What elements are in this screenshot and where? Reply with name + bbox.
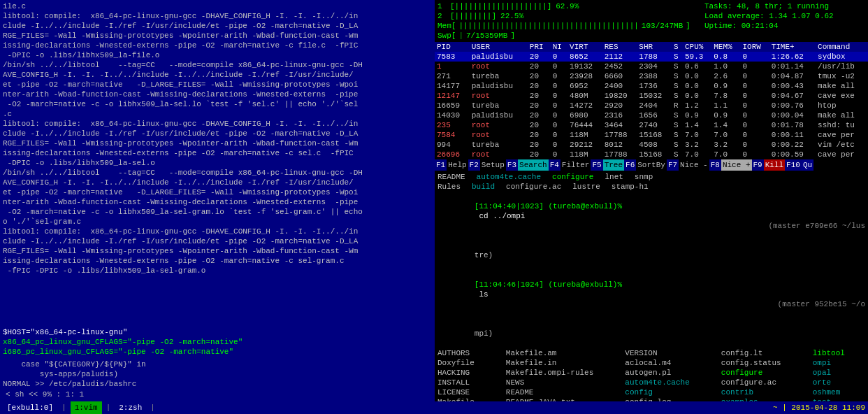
terminal-area[interactable]: README autom4te.cache configure lnet snm… [435, 171, 868, 401]
cell-iorw: 0 [740, 81, 769, 91]
cell-iorw: 0 [740, 130, 769, 140]
fkey-f7[interactable]: F7 Nice - [667, 159, 709, 171]
cell-pid: 7583 [435, 52, 470, 62]
table-row[interactable]: 14177paludisbu200695224001736S0.00.900:0… [435, 81, 868, 91]
log-scroll[interactable]: ile.c libtool: compile: x86_64-pc-linux-… [3, 1, 432, 324]
fkey-f9[interactable]: F9 Kill [752, 159, 786, 171]
uptime: Uptime: 00:21:04 [704, 21, 865, 31]
cell-time: 0:01.78 [769, 120, 816, 130]
fkey-f10[interactable]: F10 Qu [785, 159, 813, 171]
file-lnet: lnet [605, 172, 623, 182]
cell-pri: 20 [528, 101, 551, 110]
tab-vim[interactable]: 1:vim [71, 401, 102, 414]
fkey-bar[interactable]: F1 Help F2 Setup F3 Search F4 Filter F5 … [435, 159, 868, 171]
fkey-f5[interactable]: F5 Tree [591, 159, 624, 171]
cell-user: root [470, 150, 528, 159]
f4-label[interactable]: Filter [560, 159, 591, 171]
cell-mem: 7.0 [711, 150, 740, 159]
cell-user: tureba [470, 101, 528, 110]
prompt-2: [11:04:46|1024] (tureba@exbull)% [475, 280, 622, 289]
cell-user: paludisbu [470, 52, 528, 62]
f1-label[interactable]: Help [447, 159, 468, 171]
col-shr: SHR [637, 42, 672, 52]
cell-shr: 2404 [637, 101, 672, 110]
f8-label[interactable]: Nice + [721, 159, 752, 171]
fkey-f4[interactable]: F4 Filter [549, 159, 591, 171]
cell-virt: 480M [567, 91, 602, 101]
f-autogen: autogen.pl [625, 368, 709, 378]
col-user: USER [470, 42, 528, 52]
f10-label[interactable]: Qu [802, 159, 813, 171]
f-config-status: config.status [721, 358, 802, 368]
table-row[interactable]: 271tureba2002392866602388S0.02.600:04.87… [435, 71, 868, 81]
cell-cpu: 0.0 [683, 91, 711, 101]
tab-zsh[interactable]: 2:zsh [115, 401, 146, 414]
process-table-container[interactable]: PID USER PRI NI VIRT RES SHR S CPU% MEM%… [435, 42, 868, 159]
cell-virt: 76444 [567, 120, 602, 130]
f2-num: F2 [468, 159, 480, 171]
fkey-f8[interactable]: F8 Nice + [709, 159, 752, 171]
cell-cmd: sydbox [816, 52, 868, 62]
fkey-f3[interactable]: F3 Search [506, 159, 549, 171]
mem-row: Mem[ |||||||||||||||||||||||||||||||||||… [437, 21, 690, 31]
cell-cpu: 7.0 [683, 150, 711, 159]
f-opal: opal [813, 368, 865, 378]
left-bottom-bar: < sh << 9% : 1: 1 [3, 389, 432, 400]
tab-list[interactable]: [exbull:0] | 1:vim | 2:zsh | [3, 401, 157, 414]
f6-label[interactable]: SortBy [636, 159, 667, 171]
cell-cpu: 7.0 [683, 130, 711, 140]
file-configac: configure.ac [506, 182, 561, 192]
table-row[interactable]: 235root2007644434642740S1.41.400:01.78ss… [435, 120, 868, 130]
cell-res: 2452 [602, 62, 637, 71]
cell-virt: 8652 [567, 52, 602, 62]
cell-pri: 20 [528, 62, 551, 71]
cell-pri: 20 [528, 81, 551, 91]
table-row[interactable]: 7584root200118M1778815168S7.07.000:00.11… [435, 130, 868, 140]
table-row[interactable]: 14030paludisbu200698023161656S0.90.900:0… [435, 110, 868, 120]
cell-user: root [470, 62, 528, 71]
left-panel: ile.c libtool: compile: x86_64-pc-linux-… [0, 0, 435, 401]
file-row-1: README autom4te.cache configure lnet snm… [437, 172, 865, 182]
table-row[interactable]: 1root2001913224522304S0.61.000:01.14/usr… [435, 62, 868, 71]
table-row[interactable]: 7583paludisbu200865221121788S59.30.801:2… [435, 52, 868, 62]
term-line-1: [11:04:40|1023] (tureba@exbull)% cd ../o… [437, 192, 865, 241]
cell-s: S [672, 120, 683, 130]
result-2: (master 952be15 ~/o [778, 299, 865, 309]
host-display: $HOST="x86_64-pc-linux-gnu" [3, 327, 432, 337]
f7-label[interactable]: Nice - [679, 159, 709, 171]
table-row[interactable]: 994tureba2002921280124508S3.23.200:00.22… [435, 140, 868, 150]
fkey-f2[interactable]: F2 Setup [468, 159, 506, 171]
f2-label[interactable]: Setup [480, 159, 506, 171]
f9-label[interactable]: Kill [764, 159, 785, 171]
normal-line: NORMAL >> /etc/paludis/bashrc [3, 379, 432, 389]
cell-user: root [470, 120, 528, 130]
cell-cmd: cave per [816, 130, 868, 140]
cell-s: S [672, 140, 683, 150]
cpu-2-bar: [||||||||] [450, 11, 496, 21]
table-row[interactable]: 16659tureba2001427229202404R1.21.100:00.… [435, 101, 868, 110]
f3-label[interactable]: Search [518, 159, 549, 171]
cell-s: S [672, 62, 683, 71]
sh-info: < sh << 9% : 1: 1 [6, 390, 84, 399]
cell-virt: 14272 [567, 101, 602, 110]
f-install: INSTALL [437, 378, 495, 387]
col-virt: VIRT [567, 42, 602, 52]
cont-1: tre) [475, 251, 493, 259]
table-row[interactable]: 26696root200118M1778815168S7.07.000:00.5… [435, 150, 868, 159]
cpu-1-label: 1 [437, 1, 447, 11]
cell-iorw: 0 [740, 101, 769, 110]
f5-label[interactable]: Tree [603, 159, 624, 171]
cell-virt: 29212 [567, 140, 602, 150]
swp-close: ] [510, 31, 515, 41]
cell-cmd: sshd: tu [816, 120, 868, 130]
cell-cpu: 1.2 [683, 101, 711, 110]
main-area: ile.c libtool: compile: x86_64-pc-linux-… [0, 0, 868, 401]
fkey-f1[interactable]: F1 Help [435, 159, 468, 171]
fkey-f6[interactable]: F6 SortBy [624, 159, 667, 171]
col-time: TIME+ [769, 42, 816, 52]
table-row[interactable]: 12147root200480M1982015032S0.07.800:04.6… [435, 91, 868, 101]
cell-iorw: 0 [740, 150, 769, 159]
f6-num: F6 [624, 159, 636, 171]
case-block: case "${CATEGORY}/${PN}" in sys-apps/pal… [3, 359, 432, 379]
file-autom4te: autom4te.cache [477, 172, 541, 182]
